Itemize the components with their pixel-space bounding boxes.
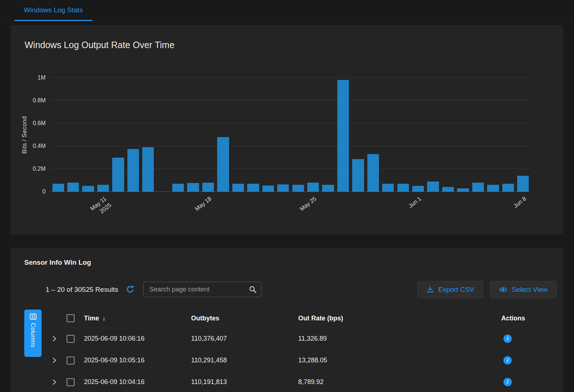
export-csv-label: Export CSV (438, 286, 474, 294)
select-all-checkbox[interactable] (67, 314, 75, 322)
search-box (143, 282, 261, 297)
search-icon (249, 285, 257, 294)
bar-may-30 (382, 184, 394, 192)
y-axis-tick-label: 0.2M (33, 166, 46, 172)
bar-jun-6 (487, 185, 499, 192)
chevron-right-icon (52, 336, 57, 342)
table-row: 2025-06-09 10:06:16 110,376,407 11,326.8… (51, 328, 557, 349)
chevron-right-icon (52, 357, 57, 363)
header-outbytes: Outbytes (191, 315, 298, 322)
cell-out-rate: 8,789.92 (298, 378, 501, 386)
info-icon[interactable]: i (503, 335, 512, 343)
row-checkbox[interactable] (67, 357, 75, 365)
bar-jun-5 (472, 183, 484, 192)
table-header-row: Time ↓ Outbytes Out Rate (bps) Actions (51, 309, 557, 328)
row-expand-button[interactable] (51, 378, 58, 387)
x-axis-tick-label: May 18 (193, 195, 213, 213)
cell-time: 2025-06-09 10:06:16 (84, 335, 191, 342)
gridline (51, 146, 531, 146)
row-checkbox[interactable] (67, 335, 75, 343)
bar-may-29 (367, 154, 379, 192)
refresh-button[interactable] (126, 285, 135, 294)
download-icon (426, 286, 434, 293)
header-time-label: Time (84, 315, 99, 322)
bar-may-28 (352, 159, 364, 192)
table-panel: Sensor Info Win Log 1 – 20 of 30525 Resu… (11, 248, 563, 392)
y-axis-tick-label: 0.6M (33, 120, 46, 127)
bar-jun-3 (442, 187, 454, 192)
chart-panel: Windows Log Output Rate Over Time Bits /… (11, 25, 563, 235)
bar-may-18 (202, 183, 214, 192)
y-axis-tick-label: 0.8M (33, 97, 46, 104)
bar-may-27 (337, 80, 349, 192)
y-axis-tick-label: 0 (42, 188, 46, 195)
bar-may-21 (247, 184, 259, 192)
eye-icon (499, 285, 507, 294)
columns-button[interactable]: Columns (24, 310, 42, 357)
y-axis-tick-label: 1M (38, 74, 46, 81)
data-table: Time ↓ Outbytes Out Rate (bps) Actions 2… (51, 309, 557, 392)
tab-windows-log-stats[interactable]: Windows Log Stats (14, 0, 92, 21)
bar-may-23 (277, 184, 289, 192)
bar-may-12 (112, 158, 124, 192)
chevron-right-icon (52, 379, 57, 385)
x-axis-tick-label: May 25 (298, 195, 318, 213)
x-axis-tick-label: May 112025 (89, 195, 113, 219)
bar-may-16 (172, 184, 184, 192)
export-csv-button[interactable]: Export CSV (417, 281, 483, 298)
cell-outbytes: 110,291,458 (191, 357, 298, 364)
refresh-icon (126, 285, 135, 294)
bar-may-22 (262, 186, 274, 192)
bar-may-24 (292, 185, 304, 192)
tab-bar: Windows Log Stats (0, 0, 574, 21)
y-axis-tick-label: 0.4M (33, 143, 46, 149)
bar-may-26 (322, 185, 334, 192)
cell-outbytes: 110,191,813 (191, 378, 298, 386)
row-expand-button[interactable] (51, 334, 58, 343)
gridline (51, 100, 531, 101)
bar-may-11 (97, 185, 109, 192)
header-actions: Actions (501, 315, 557, 322)
bar-may-13 (127, 149, 139, 192)
x-axis-tick-label: Jun 1 (407, 195, 423, 210)
gridline (51, 123, 531, 123)
plot-area: Bits / Second 00.2M0.4M0.6M0.8M1M (51, 78, 531, 192)
chart-title: Windows Log Output Rate Over Time (11, 25, 563, 50)
search-input[interactable] (143, 282, 261, 297)
bar-may-20 (232, 184, 244, 192)
columns-button-label: Columns (29, 323, 37, 347)
bar-may-8 (52, 184, 64, 192)
x-axis: May 112025May 18May 25Jun 1Jun 8 (51, 192, 531, 226)
bar-may-17 (187, 183, 199, 192)
info-icon[interactable]: i (503, 356, 512, 365)
select-view-button[interactable]: Select View (490, 281, 557, 298)
tab-label: Windows Log Stats (24, 6, 83, 14)
gridline (51, 77, 531, 78)
info-icon[interactable]: i (503, 378, 512, 386)
cell-time: 2025-06-09 10:05:16 (84, 357, 191, 364)
bar-may-19 (217, 137, 229, 192)
header-time: Time ↓ (84, 315, 191, 322)
bar-jun-1 (412, 186, 424, 192)
y-axis-label: Bits / Second (21, 116, 28, 153)
cell-out-rate: 11,326.89 (298, 335, 501, 342)
bar-may-14 (142, 147, 154, 192)
cell-time: 2025-06-09 10:04:16 (84, 378, 191, 386)
results-count: 1 – 20 of 30525 Results (46, 286, 118, 294)
select-view-label: Select View (512, 286, 548, 294)
header-out-rate: Out Rate (bps) (298, 315, 501, 322)
sort-desc-icon[interactable]: ↓ (102, 315, 106, 322)
cell-outbytes: 110,376,407 (191, 335, 298, 342)
bar-jun-2 (427, 182, 439, 192)
bar-may-31 (397, 184, 409, 192)
cell-out-rate: 13,288.05 (298, 357, 501, 364)
bar-jun-4 (457, 188, 469, 192)
x-axis-tick-label: Jun 8 (512, 195, 528, 210)
section-title: Sensor Info Win Log (11, 248, 563, 267)
table-wrap: Columns Time ↓ Outbytes Out Rate (bps) A… (11, 309, 563, 392)
bar-may-9 (67, 183, 79, 192)
table-row: 2025-06-09 10:04:16 110,191,813 8,789.92… (51, 371, 557, 392)
bar-may-25 (307, 183, 319, 192)
row-expand-button[interactable] (51, 356, 58, 365)
row-checkbox[interactable] (67, 378, 75, 386)
